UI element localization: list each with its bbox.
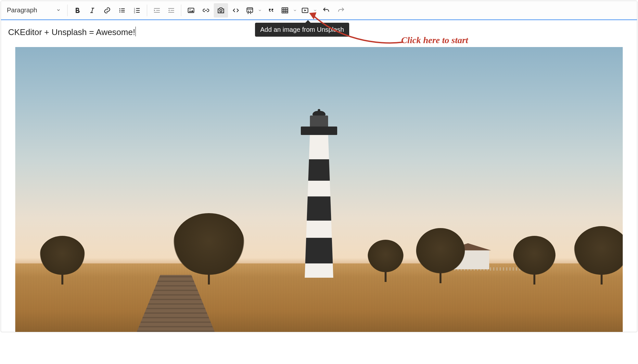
redo-icon bbox=[337, 6, 345, 14]
svg-point-2 bbox=[119, 11, 120, 12]
svg-rect-17 bbox=[171, 10, 174, 11]
chain-link-icon bbox=[202, 6, 210, 14]
italic-button[interactable] bbox=[85, 3, 99, 18]
numbered-list-button[interactable]: 123 bbox=[130, 3, 144, 18]
numbered-list-icon: 123 bbox=[133, 6, 141, 14]
svg-point-21 bbox=[190, 9, 191, 10]
toolbar-separator bbox=[181, 5, 181, 16]
image-tree bbox=[40, 236, 85, 275]
code-block-dropdown[interactable] bbox=[257, 3, 263, 18]
quote-icon bbox=[267, 6, 275, 14]
svg-text:3: 3 bbox=[134, 11, 135, 14]
unsplash-image-button[interactable] bbox=[214, 3, 228, 18]
indent-increase-icon bbox=[153, 6, 161, 14]
image-lighthouse bbox=[305, 109, 333, 278]
blockquote-button[interactable] bbox=[264, 3, 278, 18]
content-line[interactable]: CKEditor + Unsplash = Awesome! bbox=[8, 27, 135, 37]
svg-point-22 bbox=[220, 9, 222, 12]
image-tree bbox=[416, 228, 465, 273]
bold-icon bbox=[73, 6, 81, 14]
code-block-button[interactable] bbox=[244, 3, 256, 18]
svg-marker-15 bbox=[154, 9, 155, 11]
inserted-image[interactable] bbox=[15, 47, 623, 332]
italic-icon bbox=[88, 6, 96, 14]
svg-rect-24 bbox=[282, 8, 288, 13]
link-button[interactable] bbox=[100, 3, 114, 18]
toolbar: Paragraph 123 bbox=[1, 1, 637, 20]
svg-rect-23 bbox=[247, 8, 253, 12]
image-tree bbox=[513, 236, 555, 275]
redo-button[interactable] bbox=[334, 3, 348, 18]
svg-rect-10 bbox=[136, 10, 140, 11]
insert-table-button[interactable] bbox=[279, 3, 291, 18]
image-tree bbox=[574, 226, 623, 275]
increase-indent-button[interactable] bbox=[150, 3, 164, 18]
undo-button[interactable] bbox=[319, 3, 333, 18]
link-icon bbox=[103, 6, 111, 14]
svg-rect-11 bbox=[136, 12, 140, 13]
svg-marker-26 bbox=[304, 9, 306, 11]
insert-table-dropdown[interactable] bbox=[292, 3, 298, 18]
editor-frame: Paragraph 123 bbox=[1, 1, 637, 332]
html-embed-button[interactable] bbox=[229, 3, 243, 18]
insert-link-inline-button[interactable] bbox=[199, 3, 213, 18]
indent-decrease-icon bbox=[167, 6, 175, 14]
code-angle-icon bbox=[232, 6, 240, 14]
image-tree bbox=[368, 240, 403, 272]
toolbar-separator bbox=[147, 5, 147, 16]
editor-content[interactable]: CKEditor + Unsplash = Awesome! bbox=[1, 19, 637, 332]
table-icon bbox=[281, 6, 289, 14]
block-style-label: Paragraph bbox=[7, 6, 37, 14]
svg-rect-14 bbox=[154, 12, 160, 13]
svg-rect-9 bbox=[136, 8, 140, 9]
svg-rect-13 bbox=[156, 10, 160, 11]
text-caret bbox=[135, 27, 136, 36]
chevron-down-icon bbox=[313, 8, 317, 12]
block-style-dropdown[interactable]: Paragraph bbox=[3, 4, 65, 17]
svg-rect-16 bbox=[168, 8, 174, 9]
media-icon bbox=[301, 6, 309, 14]
image-icon bbox=[187, 6, 195, 14]
code-block-icon bbox=[246, 6, 254, 14]
tooltip: Add an image from Unsplash bbox=[255, 23, 349, 37]
camera-icon bbox=[217, 6, 225, 15]
insert-media-button[interactable] bbox=[299, 3, 311, 18]
image-tree bbox=[173, 213, 245, 275]
svg-point-0 bbox=[119, 8, 120, 9]
toolbar-separator bbox=[67, 5, 68, 16]
bulleted-list-button[interactable] bbox=[115, 3, 129, 18]
svg-rect-4 bbox=[121, 10, 125, 11]
svg-rect-3 bbox=[121, 8, 125, 9]
bulleted-list-icon bbox=[118, 6, 126, 14]
tooltip-text: Add an image from Unsplash bbox=[255, 23, 349, 37]
chevron-down-icon bbox=[293, 8, 297, 12]
insert-media-dropdown[interactable] bbox=[312, 3, 318, 18]
insert-image-button[interactable] bbox=[184, 3, 198, 18]
svg-rect-5 bbox=[121, 12, 125, 12]
svg-rect-12 bbox=[154, 8, 160, 9]
bold-button[interactable] bbox=[70, 3, 84, 18]
svg-marker-19 bbox=[168, 9, 170, 11]
svg-point-1 bbox=[119, 10, 120, 11]
chevron-down-icon bbox=[258, 8, 262, 12]
undo-icon bbox=[322, 6, 330, 14]
annotation-text: Click here to start bbox=[401, 35, 468, 45]
chevron-down-icon bbox=[56, 6, 61, 14]
svg-rect-18 bbox=[168, 12, 174, 13]
decrease-indent-button[interactable] bbox=[164, 3, 178, 18]
